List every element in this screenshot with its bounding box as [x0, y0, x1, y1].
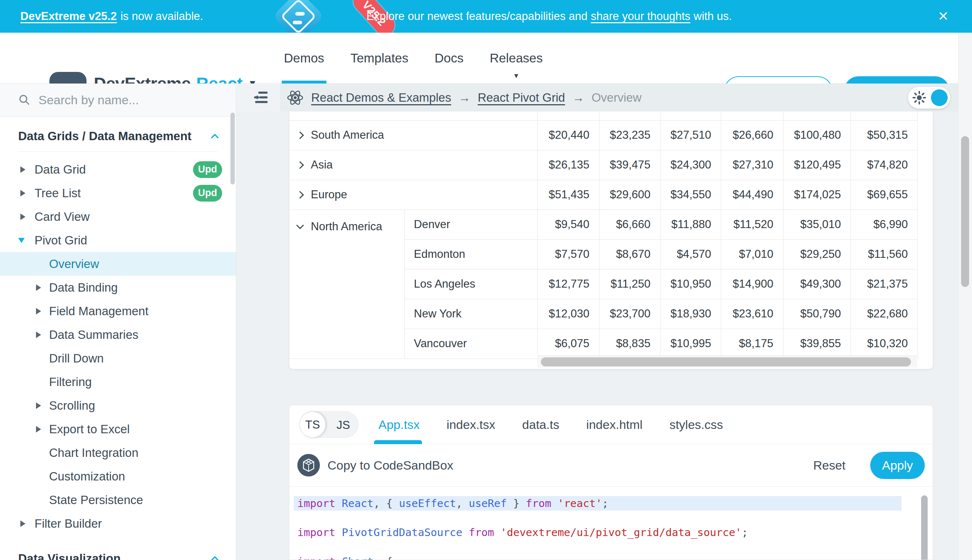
sidebar-item-filtering[interactable]: Filtering [0, 370, 236, 394]
pivot-value-cell: $27,510 [660, 120, 721, 150]
sidebar-item-label: Scrolling [49, 399, 95, 413]
collapse-sidebar-icon[interactable] [253, 89, 270, 107]
pivot-city-cell[interactable]: New York [404, 299, 537, 329]
pivot-horizontal-scrollbar[interactable] [537, 355, 917, 368]
code-editor[interactable]: import React, { useEffect, useRef } from… [289, 487, 933, 560]
pivot-horizontal-scrollbar-thumb[interactable] [541, 357, 911, 367]
sidebar-item-label: Card View [35, 210, 90, 224]
sidebar-item-customization[interactable]: Customization [0, 465, 236, 488]
pivot-value-cell: $27,310 [721, 150, 783, 180]
code-panel: TS JS App.tsxindex.tsxdata.tsindex.htmls… [289, 405, 933, 560]
sun-icon [912, 91, 926, 105]
pivot-region-cell[interactable]: Asia [289, 150, 537, 180]
sidebar-item-filter-builder[interactable]: Filter Builder [0, 512, 236, 535]
code-tab-styles-css[interactable]: styles.css [669, 418, 723, 432]
sidebar-item-label: Drill Down [49, 352, 104, 365]
copy-to-codesandbox-label[interactable]: Copy to CodeSandBox [328, 444, 453, 487]
sidebar-item-label: Tree List [35, 186, 81, 200]
code-token: useRef [468, 497, 507, 510]
breadcrumb-separator: → [572, 91, 584, 105]
nav-item-demos[interactable]: Demos [271, 33, 337, 83]
code-tab-app-tsx[interactable]: App.tsx [378, 418, 420, 432]
code-line: import React, { useEffect, useRef } from… [294, 496, 902, 511]
apply-button[interactable]: Apply [870, 452, 925, 479]
sidebar-item-data-binding[interactable]: Data Binding [0, 276, 236, 299]
banner-close-icon[interactable]: ✕ [938, 0, 949, 33]
banner-version-link[interactable]: DevExtreme v25.2 [20, 10, 117, 23]
pivot-city-cell[interactable]: Vancouver [404, 329, 537, 358]
page-scrollbar[interactable] [958, 33, 972, 560]
pivot-region-cell[interactable]: North America [289, 210, 404, 358]
code-tabs-row: TS JS App.tsxindex.tsxdata.tsindex.htmls… [289, 405, 933, 444]
nav-item-releases[interactable]: Releases▼ [477, 33, 556, 83]
search-input[interactable] [38, 93, 199, 107]
pivot-value-cell: $29,600 [599, 180, 660, 210]
pivot-value-cell: $8,835 [599, 329, 660, 358]
code-line: import Chart, { [294, 554, 933, 560]
pivot-city-cell[interactable]: Los Angeles [404, 269, 537, 299]
sidebar-item-export-to-excel[interactable]: Export to Excel [0, 417, 236, 441]
pivot-value-cell: $11,560 [851, 239, 917, 269]
collapse-region-icon[interactable] [296, 222, 304, 229]
sidebar-divider [18, 152, 218, 152]
expand-arrow-icon [20, 520, 25, 527]
theme-toggle-knob[interactable] [931, 89, 948, 106]
sidebar-scrollbar[interactable] [231, 113, 235, 185]
updated-badge: Upd [193, 161, 222, 178]
sidebar-item-state-persistence[interactable]: State Persistence [0, 488, 236, 512]
pivot-value-cell: $24,300 [660, 150, 721, 180]
sidebar-item-tree-list[interactable]: Tree ListUpd [0, 181, 236, 205]
sidebar-item-pivot-grid[interactable]: Pivot Grid [0, 228, 236, 252]
active-tab-underline [374, 440, 422, 444]
code-tab-data-ts[interactable]: data.ts [522, 418, 559, 432]
nav-item-docs[interactable]: Docs [421, 33, 477, 83]
sidebar-item-label: Pivot Grid [35, 233, 87, 247]
pivot-value-cell: $6,660 [599, 210, 660, 239]
sidebar-item-card-view[interactable]: Card View [0, 205, 236, 228]
sidebar-item-field-management[interactable]: Field Management [0, 299, 236, 323]
ts-js-toggle-inactive-label[interactable]: JS [336, 412, 350, 438]
sidebar-section-data-visualization[interactable]: Data Visualization [0, 547, 236, 560]
code-token [336, 526, 342, 538]
code-tab-index-html[interactable]: index.html [586, 418, 642, 432]
pivot-city-cell[interactable]: Denver [404, 210, 537, 239]
reset-button[interactable]: Reset [813, 444, 845, 487]
page-scrollbar-thumb[interactable] [961, 136, 969, 287]
expand-region-icon[interactable] [296, 191, 304, 198]
code-token: 'devextreme/ui/pivot_grid/data_source' [500, 526, 741, 538]
collapse-section-icon[interactable] [211, 133, 219, 142]
pivot-value-cell: $21,375 [851, 269, 917, 299]
collapse-section-icon[interactable] [211, 556, 219, 560]
sidebar-section-data-grids-data-management[interactable]: Data Grids / Data Management [0, 125, 236, 148]
theme-toggle[interactable] [908, 87, 950, 108]
code-token: import [297, 555, 336, 560]
sidebar-item-scrolling[interactable]: Scrolling [0, 394, 236, 417]
pivot-value-cell: $8,175 [721, 329, 783, 358]
pivot-value-cell: $7,010 [721, 239, 783, 269]
ts-js-toggle[interactable]: TS JS [299, 412, 358, 438]
nav-item-templates[interactable]: Templates [337, 33, 422, 83]
pivot-cutoff-cell [783, 112, 851, 120]
pivot-value-cell: $6,990 [851, 210, 917, 239]
pivot-city-cell[interactable]: Edmonton [404, 239, 537, 269]
pivot-cutoff-cell [851, 112, 917, 120]
code-scrollbar-thumb[interactable] [921, 495, 928, 560]
sidebar-item-data-summaries[interactable]: Data Summaries [0, 323, 236, 347]
code-tab-index-tsx[interactable]: index.tsx [447, 418, 495, 432]
sidebar-item-drill-down[interactable]: Drill Down [0, 347, 236, 370]
breadcrumb-toolbar: React Demos & Examples→React Pivot Grid→… [236, 83, 958, 112]
ts-js-toggle-knob[interactable]: TS [299, 412, 326, 438]
pivot-value-cell: $50,790 [783, 299, 851, 329]
share-thoughts-link[interactable]: share your thoughts [591, 10, 690, 23]
sidebar-item-chart-integration[interactable]: Chart Integration [0, 441, 236, 465]
codesandbox-icon[interactable] [297, 454, 320, 477]
sidebar-item-overview[interactable]: Overview [0, 252, 236, 276]
expand-region-icon[interactable] [296, 161, 304, 168]
breadcrumb-link[interactable]: React Pivot Grid [478, 91, 565, 105]
expand-arrow-icon [36, 426, 41, 433]
pivot-region-cell[interactable]: Europe [289, 180, 537, 210]
expand-region-icon[interactable] [296, 131, 304, 139]
sidebar-item-data-grid[interactable]: Data GridUpd [0, 158, 236, 181]
pivot-region-cell[interactable]: South America [289, 120, 537, 150]
breadcrumb-link[interactable]: React Demos & Examples [311, 91, 451, 105]
